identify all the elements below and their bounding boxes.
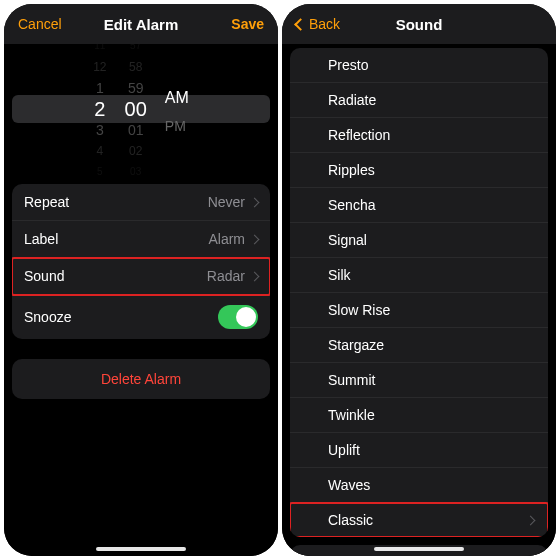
edit-alarm-screen: Cancel Edit Alarm Save 11 12 1 2 3 4 5 5… <box>4 4 278 556</box>
home-indicator[interactable] <box>96 547 186 551</box>
snooze-label: Snooze <box>24 309 71 325</box>
sound-option[interactable]: Uplift <box>290 433 548 468</box>
sound-option[interactable]: Twinkle <box>290 398 548 433</box>
sound-option[interactable]: Presto <box>290 48 548 83</box>
sound-list[interactable]: Presto Radiate Reflection Ripples Sencha… <box>282 44 556 556</box>
chevron-right-icon <box>250 197 260 207</box>
sound-option[interactable]: Summit <box>290 363 548 398</box>
cancel-button[interactable]: Cancel <box>18 16 78 32</box>
repeat-label: Repeat <box>24 194 69 210</box>
sound-option[interactable]: Sencha <box>290 188 548 223</box>
sound-option[interactable]: Reflection <box>290 118 548 153</box>
chevron-right-icon <box>250 234 260 244</box>
sound-option[interactable]: Slow Rise <box>290 293 548 328</box>
classic-row[interactable]: Classic <box>290 503 548 537</box>
sound-option[interactable]: Radiate <box>290 83 548 118</box>
back-button[interactable]: Back <box>296 16 356 32</box>
alarm-options-group: Repeat Never Label Alarm Sound Radar Sno… <box>12 184 270 339</box>
label-row[interactable]: Label Alarm <box>12 221 270 258</box>
sound-option[interactable]: Signal <box>290 223 548 258</box>
time-picker[interactable]: 11 12 1 2 3 4 5 57 58 59 00 01 02 03 AM … <box>4 44 278 174</box>
hour-wheel[interactable]: 11 12 1 2 3 4 5 <box>93 44 106 181</box>
snooze-row: Snooze <box>12 295 270 339</box>
chevron-right-icon <box>526 515 536 525</box>
nav-title: Sound <box>396 16 443 33</box>
save-button[interactable]: Save <box>204 16 264 32</box>
repeat-row[interactable]: Repeat Never <box>12 184 270 221</box>
sound-option[interactable]: Ripples <box>290 153 548 188</box>
chevron-left-icon <box>294 18 307 31</box>
sound-label: Sound <box>24 268 64 284</box>
sound-row[interactable]: Sound Radar <box>12 258 270 295</box>
navbar: Back Sound <box>282 4 556 44</box>
navbar: Cancel Edit Alarm Save <box>4 4 278 44</box>
sound-option[interactable]: Stargaze <box>290 328 548 363</box>
sound-option[interactable]: Waves <box>290 468 548 503</box>
delete-alarm-button[interactable]: Delete Alarm <box>12 359 270 399</box>
chevron-right-icon <box>250 271 260 281</box>
minute-wheel[interactable]: 57 58 59 00 01 02 03 <box>125 44 147 181</box>
sound-option[interactable]: Silk <box>290 258 548 293</box>
sound-screen: Back Sound Presto Radiate Reflection Rip… <box>282 4 556 556</box>
snooze-toggle[interactable] <box>218 305 258 329</box>
label-label: Label <box>24 231 58 247</box>
home-indicator[interactable] <box>374 547 464 551</box>
nav-title: Edit Alarm <box>104 16 178 33</box>
ampm-wheel[interactable]: AM PM <box>165 84 189 134</box>
